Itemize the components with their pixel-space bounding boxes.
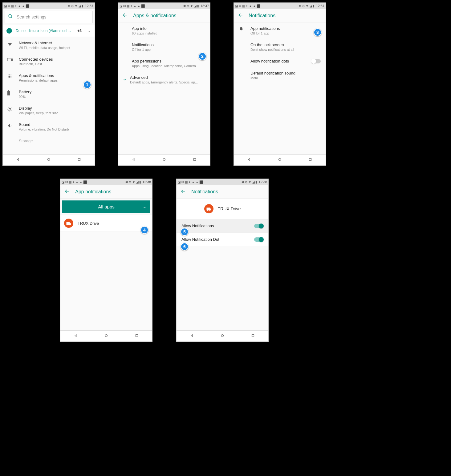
item-notifications[interactable]: NotificationsOff for 1 app [118,39,210,55]
item-sub: 60 apps installed [132,31,157,35]
nav-home-icon[interactable] [162,157,166,163]
nav-back-icon[interactable] [190,333,194,339]
battery-icon [7,90,13,97]
row-default-sound[interactable]: Default notification soundMoto [234,67,326,83]
row-lock-screen[interactable]: On the lock screenDon't show notificatio… [234,39,326,55]
item-sub: Don't show notifications at all [250,48,294,51]
item-title: Connected devices [19,57,53,62]
status-icons-right: ✱ ⊝ ▼ ◢ ▮ [68,4,83,8]
row-notification-dots[interactable]: Allow notification dots [234,55,326,67]
back-arrow-icon[interactable] [180,188,186,196]
display-icon [7,106,13,113]
svg-point-10 [8,77,9,78]
status-icons-left: ◪ ✉ ▦ ✦ ▲ ▲ ⬛ [4,4,29,8]
dnd-banner[interactable]: – Do not disturb is on (Alarms onl… +3 ⌄ [3,25,95,37]
nav-home-icon[interactable] [278,157,282,163]
row-allow-notification-dot[interactable]: Allow Notification Dot [177,233,268,246]
all-apps-dropdown[interactable]: All apps ⌄ [62,200,150,213]
step-marker-2: 2 [198,52,206,60]
item-sub: Permissions, default apps [19,79,58,82]
step-marker-6: 6 [181,243,189,251]
back-arrow-icon[interactable] [64,188,70,196]
phone-notifications: ◪ ✉ ▦ ✦ ▲ ▲ ⬛ ✱ ⊝ ▼ ◢ ▮12:37 Notificatio… [234,2,326,166]
item-sub: Moto [250,76,295,80]
status-icons-right: ✱ ⊝ ▼ ◢ ▮ [299,4,315,8]
svg-point-22 [105,334,107,337]
nav-back-icon[interactable] [132,157,136,163]
item-sub: Apps using Location, Microphone, Camera [132,64,196,68]
search-icon [8,14,13,20]
overflow-menu-icon[interactable]: ⋮ [144,189,148,195]
back-arrow-icon[interactable] [122,12,128,19]
svg-point-20 [278,158,281,160]
svg-point-8 [9,76,10,77]
chevron-down-icon: ⌄ [143,204,147,209]
settings-item-battery[interactable]: Battery99% [3,86,95,102]
svg-rect-17 [78,158,80,160]
item-sub: Default apps, Emergency alerts, Special … [130,80,198,84]
header-title: Notifications [249,13,322,18]
nav-home-icon[interactable] [104,333,108,339]
item-sub: Wallpaper, sleep, font size [19,111,58,115]
app-name: TRUX Drive [78,221,99,226]
item-sub: Bluetooth, Cast [19,62,53,66]
toggle-notification-dots[interactable] [311,59,321,63]
nav-back-icon[interactable] [74,333,78,339]
header-title: App notifications [75,189,139,195]
toggle-allow-notifications[interactable] [254,224,263,228]
status-bar: ◪ ✉ ▦ ✦ ▲ ▲ ⬛ ✱ ⊝ ▼ ◢ ▮12:38 [177,179,268,185]
item-app-permissions[interactable]: App permissionsApps using Location, Micr… [118,55,210,71]
status-icons-left: ◪ ✉ ▦ ✦ ▲ ▲ ⬛ [178,180,203,184]
svg-point-16 [47,158,50,160]
back-arrow-icon[interactable] [238,12,244,19]
nav-bar [60,330,152,341]
nav-home-icon[interactable] [220,333,225,339]
settings-item-apps[interactable]: Apps & notificationsPermissions, default… [3,70,95,86]
status-bar: ◪ ✉ ▦ ✦ ▲ ▲ ⬛ ✱ ⊝ ▼ ◢ ▮ 12:37 [3,3,95,9]
chevron-down-icon: ⌄ [88,29,91,33]
status-icons-left: ◪ ✉ ▦ ✦ ▲ ▲ ⬛ [120,4,145,8]
nav-home-icon[interactable] [47,157,51,163]
status-icons-right: ✱ ⊝ ▼ ◢ ▮ [242,180,257,184]
item-advanced[interactable]: ⌄ AdvancedDefault apps, Emergency alerts… [118,71,210,88]
svg-rect-25 [252,334,254,337]
phone-apps-notifications: ◪ ✉ ▦ ✦ ▲ ▲ ⬛ ✱ ⊝ ▼ ◢ ▮12:37 Apps & noti… [118,2,210,166]
row-app-notifications[interactable]: App notificationsOff for 1 app [234,22,326,39]
item-title: Storage [19,139,33,143]
nav-bar [118,154,210,165]
settings-item-network[interactable]: Network & InternetWi-Fi, mobile, data us… [3,37,95,53]
toggle-allow-notification-dot[interactable] [254,237,263,242]
status-bar: ◪ ✉ ▦ ✦ ▲ ▲ ⬛ ✱ ⊝ ▼ ◢ ▮12:38 [60,179,152,185]
app-row-trux[interactable]: TRUX Drive [60,215,152,232]
item-title: Network & Internet [19,41,70,45]
settings-item-storage[interactable]: Storage [3,135,95,143]
wifi-icon [7,41,13,48]
svg-point-18 [163,158,165,160]
svg-line-1 [11,17,12,18]
status-icons-right: ✱ ⊝ ▼ ◢ ▮ [125,180,141,184]
search-settings-box[interactable]: Search settings [5,11,93,23]
nav-back-icon[interactable] [16,157,20,163]
item-app-info[interactable]: App info60 apps installed [118,22,210,39]
item-title: Allow notification dots [250,59,305,63]
row-allow-notifications[interactable]: Allow Notifications [177,219,268,233]
search-placeholder: Search settings [17,14,47,19]
nav-back-icon[interactable] [247,157,251,163]
nav-recent-icon[interactable] [193,157,197,163]
nav-bar [234,154,326,165]
nav-recent-icon[interactable] [251,333,255,339]
svg-rect-13 [7,91,10,95]
storage-icon [7,139,13,139]
settings-item-connected[interactable]: Connected devicesBluetooth, Cast [3,53,95,70]
settings-item-sound[interactable]: SoundVolume, vibration, Do Not Disturb [3,119,95,135]
nav-recent-icon[interactable] [77,157,81,163]
svg-rect-2 [7,58,11,61]
settings-item-display[interactable]: DisplayWallpaper, sleep, font size [3,102,95,119]
nav-recent-icon[interactable] [308,157,312,163]
status-time: 12:37 [200,4,209,8]
svg-point-5 [9,75,10,75]
nav-bar [177,330,268,341]
step-marker-1: 1 [83,81,91,89]
nav-recent-icon[interactable] [135,333,139,339]
app-name: TRUX Drive [218,206,241,211]
